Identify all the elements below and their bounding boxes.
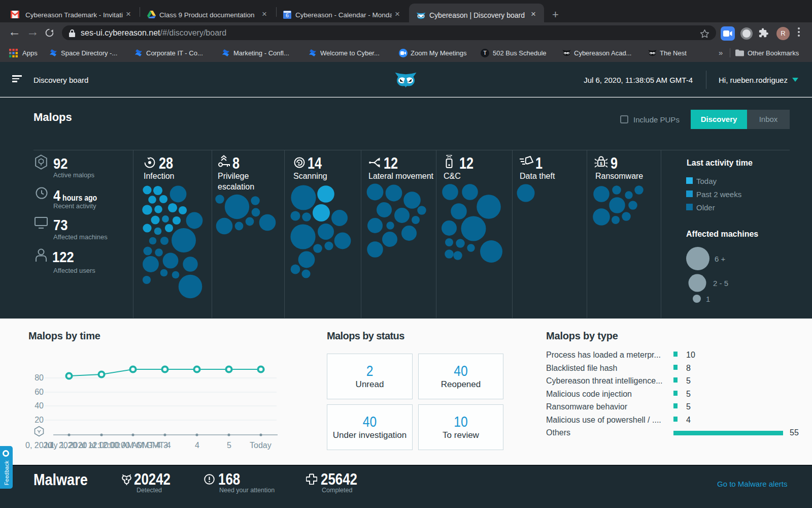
- svg-text:6: 6: [286, 12, 289, 18]
